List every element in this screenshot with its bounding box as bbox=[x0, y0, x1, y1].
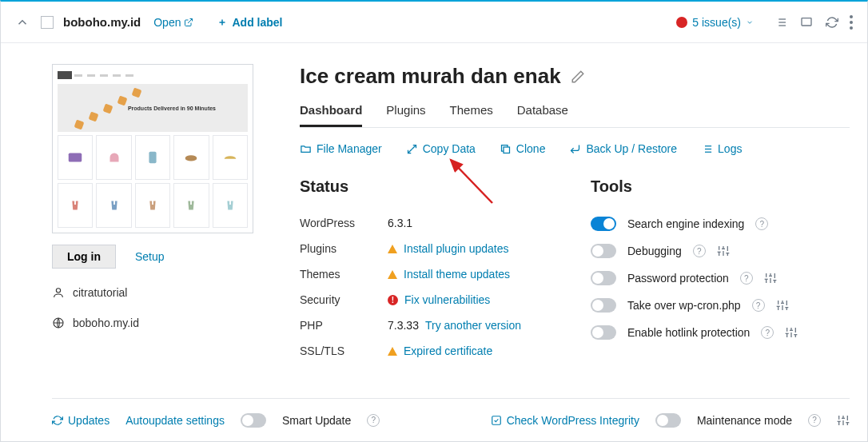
smart-update-label: Smart Update bbox=[282, 414, 351, 427]
plugins-update-link[interactable]: Install plugin updates bbox=[404, 242, 509, 255]
ssl-label: SSL/TLS bbox=[300, 344, 388, 357]
svg-rect-9 bbox=[802, 18, 811, 25]
header-bar: boboho.my.id Open Add label 5 issue(s) bbox=[1, 2, 867, 43]
help-icon[interactable]: ? bbox=[755, 217, 768, 230]
add-label-button[interactable]: Add label bbox=[217, 16, 282, 29]
tools-column: Tools Search engine indexing ? Debugging… bbox=[591, 177, 850, 364]
issues-link[interactable]: 5 issue(s) bbox=[676, 16, 754, 29]
check-box-icon bbox=[491, 415, 502, 426]
login-button[interactable]: Log in bbox=[52, 245, 116, 269]
backup-link[interactable]: Back Up / Restore bbox=[569, 142, 677, 155]
external-link-icon bbox=[184, 18, 193, 27]
warning-icon bbox=[388, 245, 397, 253]
plus-icon bbox=[217, 18, 227, 27]
hotlink-label: Enable hotlink protection bbox=[627, 326, 750, 339]
plugins-label: Plugins bbox=[300, 242, 388, 255]
updates-link[interactable]: Updates bbox=[52, 414, 109, 427]
clone-icon bbox=[500, 143, 512, 155]
issues-count: 5 issue(s) bbox=[692, 16, 741, 29]
tools-heading: Tools bbox=[591, 177, 850, 196]
logs-link[interactable]: Logs bbox=[701, 142, 742, 155]
refresh-icon[interactable] bbox=[826, 16, 838, 29]
smart-update-toggle[interactable] bbox=[241, 413, 266, 428]
help-icon[interactable]: ? bbox=[740, 272, 753, 285]
site-preview-thumbnail[interactable]: Products Delivered in 90 Minutes bbox=[52, 64, 253, 233]
maintenance-label: Maintenance mode bbox=[697, 414, 792, 427]
list-view-icon[interactable] bbox=[774, 16, 787, 29]
help-icon[interactable]: ? bbox=[808, 414, 821, 427]
backup-icon bbox=[569, 143, 581, 155]
themes-label: Themes bbox=[300, 268, 388, 281]
settings-icon[interactable] bbox=[764, 272, 777, 285]
settings-icon[interactable] bbox=[776, 299, 789, 312]
tab-plugins[interactable]: Plugins bbox=[386, 103, 425, 127]
clone-link[interactable]: Clone bbox=[500, 142, 546, 155]
password-label: Password protection bbox=[627, 272, 729, 285]
error-dot-icon bbox=[676, 17, 687, 28]
check-integrity-link[interactable]: Check WordPress Integrity bbox=[491, 414, 639, 427]
right-panel: Ice cream murah dan enak Dashboard Plugi… bbox=[258, 64, 850, 364]
copy-icon bbox=[406, 143, 418, 155]
refresh-icon bbox=[52, 415, 63, 426]
action-toolbar: File Manager Copy Data Clone Back Up / R… bbox=[300, 142, 850, 155]
user-icon bbox=[52, 286, 65, 299]
themes-update-link[interactable]: Install theme updates bbox=[404, 268, 510, 281]
tab-database[interactable]: Database bbox=[517, 103, 568, 127]
help-icon[interactable]: ? bbox=[693, 245, 706, 257]
svg-line-0 bbox=[188, 18, 193, 23]
wordpress-label: WordPress bbox=[300, 217, 388, 229]
status-column: Status WordPress6.3.1 PluginsInstall plu… bbox=[300, 177, 559, 364]
search-indexing-toggle[interactable] bbox=[591, 217, 616, 231]
svg-line-16 bbox=[408, 149, 412, 153]
security-fix-link[interactable]: Fix vulnerabilities bbox=[404, 293, 490, 306]
open-label: Open bbox=[153, 16, 181, 29]
owner-row: citratutorial bbox=[52, 286, 258, 299]
owner-name: citratutorial bbox=[73, 286, 127, 299]
php-label: PHP bbox=[300, 319, 388, 332]
edit-title-icon[interactable] bbox=[571, 70, 585, 84]
php-change-link[interactable]: Try another version bbox=[425, 319, 521, 332]
wpcron-label: Take over wp-cron.php bbox=[627, 299, 741, 312]
svg-point-13 bbox=[56, 289, 60, 293]
left-panel: Products Delivered in 90 Minutes Log in bbox=[52, 64, 258, 364]
select-checkbox[interactable] bbox=[41, 16, 54, 29]
error-icon: ! bbox=[388, 295, 398, 305]
settings-icon[interactable] bbox=[717, 245, 730, 257]
card-view-icon[interactable] bbox=[800, 16, 813, 29]
settings-icon[interactable] bbox=[837, 414, 850, 427]
svg-point-12 bbox=[185, 155, 197, 161]
help-icon[interactable]: ? bbox=[752, 299, 765, 312]
footer-bar: Updates Autoupdate settings Smart Update… bbox=[52, 398, 850, 441]
collapse-icon[interactable] bbox=[15, 15, 30, 30]
debugging-label: Debugging bbox=[627, 245, 682, 257]
domain-title: boboho.my.id bbox=[63, 15, 141, 29]
debugging-toggle[interactable] bbox=[591, 244, 616, 258]
domain-row: boboho.my.id bbox=[52, 317, 258, 329]
wordpress-version: 6.3.1 bbox=[388, 217, 412, 229]
settings-icon[interactable] bbox=[785, 326, 798, 339]
add-label-text: Add label bbox=[232, 16, 282, 29]
warning-icon bbox=[388, 270, 397, 279]
tab-dashboard[interactable]: Dashboard bbox=[300, 103, 362, 127]
php-version: 7.3.33 bbox=[388, 319, 419, 332]
tab-themes[interactable]: Themes bbox=[450, 103, 493, 127]
more-menu-icon[interactable] bbox=[850, 15, 853, 30]
svg-rect-11 bbox=[149, 152, 156, 164]
maintenance-toggle[interactable] bbox=[655, 413, 681, 428]
setup-link[interactable]: Setup bbox=[135, 250, 165, 263]
site-title: Ice cream murah dan enak bbox=[300, 64, 561, 89]
help-icon[interactable]: ? bbox=[367, 414, 380, 427]
file-manager-link[interactable]: File Manager bbox=[300, 142, 382, 155]
password-toggle[interactable] bbox=[591, 271, 616, 285]
wpcron-toggle[interactable] bbox=[591, 298, 616, 313]
hotlink-toggle[interactable] bbox=[591, 325, 616, 340]
ssl-cert-link[interactable]: Expired certificate bbox=[404, 344, 492, 357]
autoupdate-link[interactable]: Autoupdate settings bbox=[125, 414, 225, 427]
status-heading: Status bbox=[300, 177, 559, 196]
copy-data-link[interactable]: Copy Data bbox=[406, 142, 476, 155]
open-site-link[interactable]: Open bbox=[153, 16, 193, 29]
help-icon[interactable]: ? bbox=[761, 326, 774, 339]
folder-icon bbox=[300, 143, 312, 155]
svg-rect-60 bbox=[492, 416, 500, 424]
search-indexing-label: Search engine indexing bbox=[627, 217, 744, 230]
